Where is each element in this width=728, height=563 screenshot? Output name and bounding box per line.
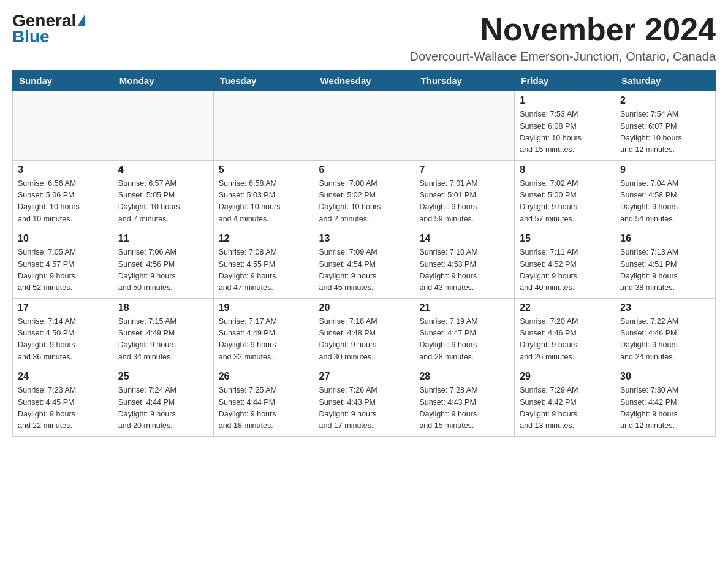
day-number: 18 [118, 302, 208, 313]
day-info: Sunrise: 7:11 AM Sunset: 4:52 PM Dayligh… [520, 247, 610, 294]
day-info: Sunrise: 6:56 AM Sunset: 5:06 PM Dayligh… [18, 178, 108, 226]
day-number: 25 [118, 371, 208, 382]
calendar-cell: 18Sunrise: 7:15 AM Sunset: 4:49 PM Dayli… [113, 298, 213, 367]
calendar-cell: 11Sunrise: 7:06 AM Sunset: 4:56 PM Dayli… [113, 229, 213, 299]
week-row-4: 17Sunrise: 7:14 AM Sunset: 4:50 PM Dayli… [13, 298, 716, 367]
calendar-cell: 12Sunrise: 7:08 AM Sunset: 4:55 PM Dayli… [213, 229, 314, 299]
day-info: Sunrise: 7:30 AM Sunset: 4:42 PM Dayligh… [620, 385, 710, 432]
calendar-cell: 24Sunrise: 7:23 AM Sunset: 4:45 PM Dayli… [13, 367, 113, 437]
day-number: 26 [219, 371, 309, 382]
month-title: November 2024 [410, 12, 716, 47]
calendar-cell: 16Sunrise: 7:13 AM Sunset: 4:51 PM Dayli… [615, 229, 716, 299]
calendar-cell: 8Sunrise: 7:02 AM Sunset: 5:00 PM Daylig… [515, 160, 615, 229]
week-row-1: 1Sunrise: 7:53 AM Sunset: 6:08 PM Daylig… [13, 91, 716, 161]
calendar-cell [113, 91, 213, 161]
calendar-cell: 30Sunrise: 7:30 AM Sunset: 4:42 PM Dayli… [615, 367, 716, 437]
header-row: SundayMondayTuesdayWednesdayThursdayFrid… [13, 71, 716, 91]
calendar-cell: 9Sunrise: 7:04 AM Sunset: 4:58 PM Daylig… [615, 160, 716, 229]
header-tuesday: Tuesday [213, 71, 314, 91]
calendar-cell: 3Sunrise: 6:56 AM Sunset: 5:06 PM Daylig… [13, 160, 113, 229]
day-info: Sunrise: 7:28 AM Sunset: 4:43 PM Dayligh… [419, 385, 509, 432]
day-info: Sunrise: 7:14 AM Sunset: 4:50 PM Dayligh… [18, 316, 108, 364]
day-number: 30 [620, 371, 710, 382]
day-info: Sunrise: 7:08 AM Sunset: 4:55 PM Dayligh… [219, 247, 309, 294]
header-sunday: Sunday [13, 71, 113, 91]
day-number: 19 [219, 302, 309, 313]
page-header: General Blue November 2024 Dovercourt-Wa… [12, 12, 716, 64]
day-number: 14 [419, 233, 509, 244]
calendar-cell: 4Sunrise: 6:57 AM Sunset: 5:05 PM Daylig… [113, 160, 213, 229]
day-number: 11 [118, 233, 208, 244]
calendar-cell: 7Sunrise: 7:01 AM Sunset: 5:01 PM Daylig… [414, 160, 515, 229]
day-number: 10 [18, 233, 108, 244]
day-number: 8 [520, 164, 610, 175]
calendar-cell: 29Sunrise: 7:29 AM Sunset: 4:42 PM Dayli… [515, 367, 615, 437]
day-info: Sunrise: 7:53 AM Sunset: 6:08 PM Dayligh… [520, 109, 610, 156]
calendar-cell: 28Sunrise: 7:28 AM Sunset: 4:43 PM Dayli… [414, 367, 515, 437]
day-number: 12 [219, 233, 309, 244]
calendar-cell: 20Sunrise: 7:18 AM Sunset: 4:48 PM Dayli… [314, 298, 414, 367]
day-info: Sunrise: 7:13 AM Sunset: 4:51 PM Dayligh… [620, 247, 710, 294]
day-number: 3 [18, 164, 108, 175]
day-info: Sunrise: 7:25 AM Sunset: 4:44 PM Dayligh… [219, 385, 309, 432]
day-info: Sunrise: 6:57 AM Sunset: 5:05 PM Dayligh… [118, 178, 208, 226]
calendar-cell: 21Sunrise: 7:19 AM Sunset: 4:47 PM Dayli… [414, 298, 515, 367]
header-monday: Monday [113, 71, 213, 91]
day-number: 28 [419, 371, 509, 382]
day-number: 27 [319, 371, 409, 382]
logo-triangle-icon [77, 14, 85, 26]
day-info: Sunrise: 7:18 AM Sunset: 4:48 PM Dayligh… [319, 316, 409, 364]
day-number: 7 [419, 164, 509, 175]
day-number: 23 [620, 302, 710, 313]
day-info: Sunrise: 7:05 AM Sunset: 4:57 PM Dayligh… [18, 247, 108, 294]
day-number: 4 [118, 164, 208, 175]
calendar-cell: 23Sunrise: 7:22 AM Sunset: 4:46 PM Dayli… [615, 298, 716, 367]
calendar-cell: 17Sunrise: 7:14 AM Sunset: 4:50 PM Dayli… [13, 298, 113, 367]
day-number: 21 [419, 302, 509, 313]
calendar-cell: 19Sunrise: 7:17 AM Sunset: 4:49 PM Dayli… [213, 298, 314, 367]
header-friday: Friday [515, 71, 615, 91]
day-number: 20 [319, 302, 409, 313]
header-saturday: Saturday [615, 71, 716, 91]
day-info: Sunrise: 6:58 AM Sunset: 5:03 PM Dayligh… [219, 178, 309, 226]
day-info: Sunrise: 7:15 AM Sunset: 4:49 PM Dayligh… [118, 316, 208, 364]
day-info: Sunrise: 7:29 AM Sunset: 4:42 PM Dayligh… [520, 385, 610, 432]
day-number: 24 [18, 371, 108, 382]
day-number: 15 [520, 233, 610, 244]
day-info: Sunrise: 7:19 AM Sunset: 4:47 PM Dayligh… [419, 316, 509, 364]
day-info: Sunrise: 7:01 AM Sunset: 5:01 PM Dayligh… [419, 178, 509, 226]
week-row-2: 3Sunrise: 6:56 AM Sunset: 5:06 PM Daylig… [13, 160, 716, 229]
calendar-cell: 13Sunrise: 7:09 AM Sunset: 4:54 PM Dayli… [314, 229, 414, 299]
day-number: 29 [520, 371, 610, 382]
day-info: Sunrise: 7:10 AM Sunset: 4:53 PM Dayligh… [419, 247, 509, 294]
calendar-cell: 22Sunrise: 7:20 AM Sunset: 4:46 PM Dayli… [515, 298, 615, 367]
calendar-cell: 14Sunrise: 7:10 AM Sunset: 4:53 PM Dayli… [414, 229, 515, 299]
day-info: Sunrise: 7:54 AM Sunset: 6:07 PM Dayligh… [620, 109, 710, 156]
week-row-3: 10Sunrise: 7:05 AM Sunset: 4:57 PM Dayli… [13, 229, 716, 299]
week-row-5: 24Sunrise: 7:23 AM Sunset: 4:45 PM Dayli… [13, 367, 716, 437]
day-info: Sunrise: 7:17 AM Sunset: 4:49 PM Dayligh… [219, 316, 309, 364]
day-number: 16 [620, 233, 710, 244]
day-info: Sunrise: 7:00 AM Sunset: 5:02 PM Dayligh… [319, 178, 409, 226]
title-section: November 2024 Dovercourt-Wallace Emerson… [410, 12, 716, 64]
calendar-cell: 25Sunrise: 7:24 AM Sunset: 4:44 PM Dayli… [113, 367, 213, 437]
calendar-cell [13, 91, 113, 161]
calendar-cell: 26Sunrise: 7:25 AM Sunset: 4:44 PM Dayli… [213, 367, 314, 437]
calendar-header: SundayMondayTuesdayWednesdayThursdayFrid… [13, 71, 716, 91]
calendar-cell: 6Sunrise: 7:00 AM Sunset: 5:02 PM Daylig… [314, 160, 414, 229]
day-number: 9 [620, 164, 710, 175]
calendar-cell: 10Sunrise: 7:05 AM Sunset: 4:57 PM Dayli… [13, 229, 113, 299]
header-wednesday: Wednesday [314, 71, 414, 91]
day-number: 5 [219, 164, 309, 175]
logo: General Blue [12, 12, 85, 47]
calendar-cell: 27Sunrise: 7:26 AM Sunset: 4:43 PM Dayli… [314, 367, 414, 437]
day-number: 1 [520, 95, 610, 106]
day-number: 2 [620, 95, 710, 106]
header-thursday: Thursday [414, 71, 515, 91]
day-info: Sunrise: 7:22 AM Sunset: 4:46 PM Dayligh… [620, 316, 710, 364]
calendar-body: 1Sunrise: 7:53 AM Sunset: 6:08 PM Daylig… [13, 91, 716, 437]
location: Dovercourt-Wallace Emerson-Junction, Ont… [410, 50, 716, 64]
calendar-cell [414, 91, 515, 161]
day-number: 13 [319, 233, 409, 244]
calendar-cell: 2Sunrise: 7:54 AM Sunset: 6:07 PM Daylig… [615, 91, 716, 161]
